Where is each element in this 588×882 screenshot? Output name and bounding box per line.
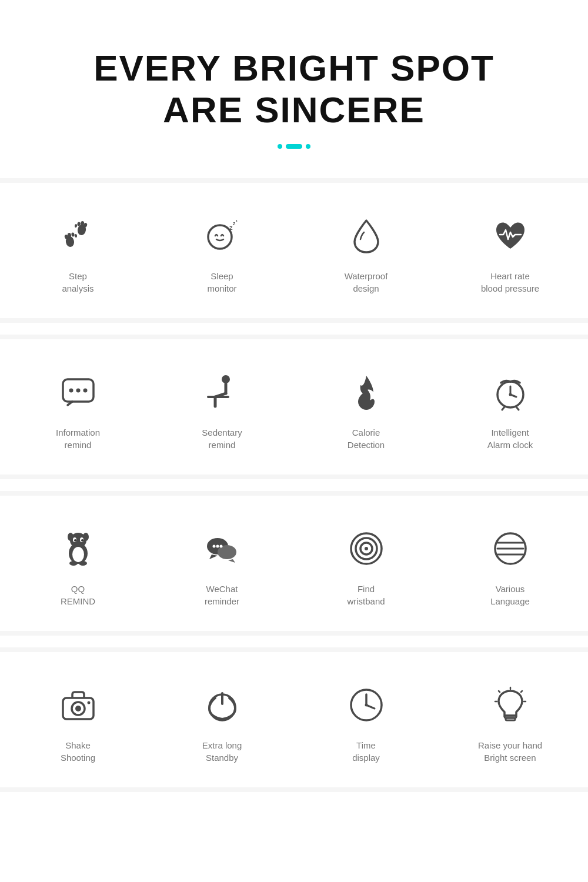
section-3: QQREMIND WeChatreminder [0, 491, 588, 636]
section-3-grid: QQREMIND WeChatreminder [0, 496, 588, 631]
svg-point-10 [208, 225, 232, 249]
svg-point-41 [216, 544, 219, 547]
feature-raise-hand: Raise your handBright screen [438, 670, 582, 770]
language-icon [487, 525, 534, 572]
svg-point-36 [69, 561, 78, 566]
waterproof-label: Waterproofdesign [345, 270, 388, 295]
section-2: Informationremind Sedentaryrem [0, 335, 588, 479]
svg-text:z: z [236, 219, 238, 222]
extra-standby-icon [199, 681, 246, 729]
svg-point-19 [222, 375, 230, 383]
svg-point-53 [75, 706, 81, 711]
svg-point-42 [219, 544, 222, 547]
find-wristband-icon [343, 525, 390, 572]
feature-heart-rate: Heart rateblood pressure [438, 201, 582, 300]
info-remind-icon [55, 369, 102, 416]
shake-shooting-icon [55, 681, 102, 729]
step-analysis-label: Stepanalysis [62, 270, 93, 295]
svg-point-40 [212, 544, 215, 547]
language-label: VariousLanguage [490, 583, 530, 607]
dots-decoration [93, 144, 495, 149]
svg-point-18 [83, 388, 87, 392]
section-1-grid: Stepanalysis Z Z z Sleepmonitor [0, 183, 588, 318]
heart-rate-icon [487, 212, 534, 259]
dot-1 [278, 144, 282, 149]
svg-point-37 [79, 561, 87, 566]
waterproof-icon [343, 212, 390, 259]
section-2-grid: Informationremind Sedentaryrem [0, 339, 588, 475]
dot-3 [306, 144, 310, 149]
shake-shooting-label: ShakeShooting [61, 739, 95, 764]
svg-text:Z: Z [229, 225, 233, 231]
svg-point-29 [68, 533, 74, 541]
extra-standby-label: Extra longStandby [202, 739, 242, 764]
sleep-monitor-icon: Z Z z [199, 212, 246, 259]
qq-icon [55, 525, 102, 572]
svg-point-54 [87, 701, 90, 704]
wechat-label: WeChatreminder [205, 583, 239, 607]
find-wristband-label: Findwristband [347, 583, 385, 607]
feature-find-wristband: Findwristband [294, 513, 438, 613]
svg-point-34 [74, 539, 76, 542]
time-display-label: Timedisplay [352, 739, 380, 764]
info-remind-label: Informationremind [56, 426, 100, 451]
sleep-monitor-label: Sleepmonitor [207, 270, 236, 295]
svg-point-30 [83, 533, 89, 541]
svg-line-64 [521, 691, 522, 692]
calorie-label: CalorieDetection [348, 426, 385, 451]
raise-hand-label: Raise your handBright screen [478, 739, 542, 764]
feature-wechat: WeChatreminder [150, 513, 294, 613]
alarm-icon [487, 369, 534, 416]
dot-2 [286, 144, 302, 149]
heart-rate-label: Heart rateblood pressure [481, 270, 539, 295]
feature-time-display: Timedisplay [294, 670, 438, 770]
svg-point-4 [74, 233, 77, 237]
svg-point-35 [81, 539, 83, 542]
section-4-grid: ShakeShooting Extra longStandby [0, 652, 588, 787]
calorie-icon [343, 369, 390, 416]
svg-point-17 [76, 388, 80, 392]
svg-text:Z: Z [233, 222, 236, 226]
svg-point-16 [69, 388, 73, 392]
feature-calorie: CalorieDetection [294, 357, 438, 457]
svg-line-25 [502, 407, 505, 410]
qq-label: QQREMIND [61, 583, 95, 607]
feature-sedentary: Sedentaryremind [150, 357, 294, 457]
feature-extra-standby: Extra longStandby [150, 670, 294, 770]
step-analysis-icon [55, 212, 102, 259]
header-title: EVERY BRIGHT SPOT ARE SINCERE [93, 47, 495, 131]
feature-info-remind: Informationremind [6, 357, 150, 457]
header: EVERY BRIGHT SPOT ARE SINCERE [82, 0, 506, 172]
time-display-icon [343, 681, 390, 729]
section-4: ShakeShooting Extra longStandby [0, 647, 588, 792]
svg-point-31 [72, 547, 84, 562]
feature-waterproof: Waterproofdesign [294, 201, 438, 300]
bottom-spacer [0, 798, 588, 833]
svg-point-3 [71, 232, 74, 237]
svg-point-60 [365, 703, 368, 706]
feature-language: VariousLanguage [438, 513, 582, 613]
raise-hand-icon [487, 681, 534, 729]
svg-line-26 [516, 407, 519, 410]
svg-point-46 [365, 547, 368, 550]
svg-point-9 [74, 223, 77, 227]
sedentary-icon [199, 369, 246, 416]
svg-point-24 [509, 393, 512, 396]
feature-qq: QQREMIND [6, 513, 150, 613]
feature-step-analysis: Stepanalysis [6, 201, 150, 300]
feature-shake-shooting: ShakeShooting [6, 670, 150, 770]
wechat-icon [199, 525, 246, 572]
feature-sleep-monitor: Z Z z Sleepmonitor [150, 201, 294, 300]
svg-line-65 [499, 691, 500, 692]
alarm-label: IntelligentAlarm clock [487, 426, 533, 451]
section-1: Stepanalysis Z Z z Sleepmonitor [0, 178, 588, 323]
feature-alarm: IntelligentAlarm clock [438, 357, 582, 457]
svg-rect-62 [506, 718, 515, 720]
sedentary-label: Sedentaryremind [202, 426, 242, 451]
